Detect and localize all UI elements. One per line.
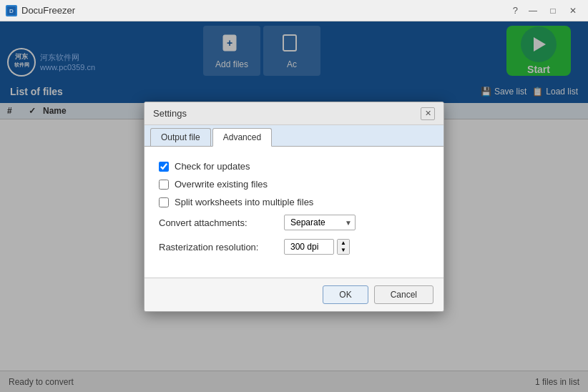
app-body: 河东 软件网 河东软件网 www.pc0359.cn + Add files A… [0,21,588,392]
check-for-updates-checkbox[interactable] [159,162,169,172]
dialog-close-button[interactable]: ✕ [421,107,435,120]
cancel-button[interactable]: Cancel [374,285,433,304]
minimize-button[interactable]: — [524,3,542,19]
window-controls: — □ ✕ [524,3,582,19]
spinner-up-button[interactable]: ▲ [338,240,349,247]
convert-attachments-select[interactable]: Separate Merge Ignore [284,215,356,230]
dialog-title: Settings [153,108,187,119]
convert-attachments-control: Separate Merge Ignore ▼ [284,215,356,230]
rasterization-label: Rasterization resolution: [159,242,284,253]
tab-advanced[interactable]: Advanced [212,128,272,147]
help-button[interactable]: ? [507,5,524,16]
title-bar: D DocuFreezer ? — □ ✕ [0,0,588,21]
svg-text:D: D [9,8,14,14]
close-button[interactable]: ✕ [564,3,582,19]
dialog-tabs: Output file Advanced [144,125,444,147]
app-title: DocuFreezer [21,5,75,16]
rasterization-row: Rasterization resolution: ▲ ▼ [159,239,429,255]
rasterization-input[interactable] [284,239,334,255]
spinner-controls: ▲ ▼ [337,239,350,255]
ok-button[interactable]: OK [323,285,368,304]
check-for-updates-label[interactable]: Check for updates [175,161,250,172]
overwrite-existing-row: Overwrite existing files [159,179,429,190]
overwrite-existing-label[interactable]: Overwrite existing files [175,179,268,190]
overwrite-existing-checkbox[interactable] [159,180,169,190]
convert-attachments-row: Convert attachments: Separate Merge Igno… [159,215,429,230]
spinner-down-button[interactable]: ▼ [338,247,349,254]
dialog-title-bar: Settings ✕ [144,102,444,125]
split-worksheets-row: Split worksheets into multiple files [159,197,429,207]
convert-attachments-wrapper: Separate Merge Ignore ▼ [284,215,356,230]
tab-output-file[interactable]: Output file [150,128,211,146]
split-worksheets-checkbox[interactable] [159,197,169,207]
dialog-content: Check for updates Overwrite existing fil… [144,147,444,278]
split-worksheets-label[interactable]: Split worksheets into multiple files [175,197,313,207]
modal-backdrop: Settings ✕ Output file Advanced Check fo… [0,21,588,392]
maximize-button[interactable]: □ [544,3,562,19]
app-icon: D [6,5,17,16]
rasterization-control: ▲ ▼ [284,239,350,255]
convert-attachments-label: Convert attachments: [159,217,284,228]
dialog-footer: OK Cancel [144,278,444,311]
check-for-updates-row: Check for updates [159,161,429,172]
title-bar-left: D DocuFreezer [6,5,75,16]
settings-dialog: Settings ✕ Output file Advanced Check fo… [144,102,444,312]
